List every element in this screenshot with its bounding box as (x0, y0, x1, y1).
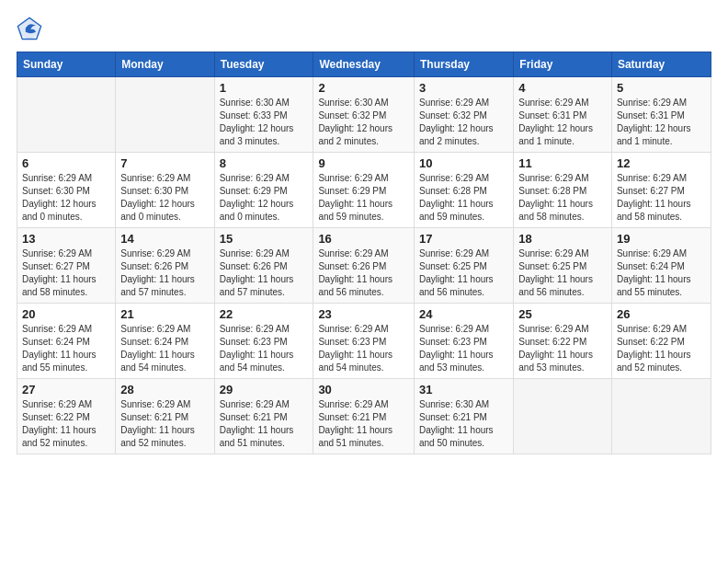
calendar-cell: 6Sunrise: 6:29 AM Sunset: 6:30 PM Daylig… (17, 153, 116, 228)
day-number: 7 (120, 156, 209, 170)
calendar-cell: 29Sunrise: 6:29 AM Sunset: 6:21 PM Dayli… (214, 379, 313, 454)
header (17, 17, 711, 42)
calendar-cell (17, 77, 116, 153)
day-info: Sunrise: 6:29 AM Sunset: 6:24 PM Dayligh… (120, 323, 209, 374)
day-info: Sunrise: 6:29 AM Sunset: 6:31 PM Dayligh… (617, 97, 706, 148)
calendar-cell: 4Sunrise: 6:29 AM Sunset: 6:31 PM Daylig… (514, 77, 612, 153)
logo-icon (17, 17, 42, 42)
calendar-cell: 9Sunrise: 6:29 AM Sunset: 6:29 PM Daylig… (313, 153, 415, 228)
day-info: Sunrise: 6:29 AM Sunset: 6:27 PM Dayligh… (617, 172, 706, 224)
calendar-cell: 10Sunrise: 6:29 AM Sunset: 6:28 PM Dayli… (414, 153, 513, 228)
day-number: 31 (419, 383, 508, 396)
day-info: Sunrise: 6:29 AM Sunset: 6:23 PM Dayligh… (419, 323, 508, 374)
header-saturday: Saturday (611, 52, 711, 77)
calendar-cell: 19Sunrise: 6:29 AM Sunset: 6:24 PM Dayli… (611, 228, 711, 304)
day-number: 23 (318, 307, 409, 321)
day-info: Sunrise: 6:29 AM Sunset: 6:28 PM Dayligh… (518, 172, 607, 224)
day-info: Sunrise: 6:29 AM Sunset: 6:26 PM Dayligh… (220, 247, 309, 299)
day-info: Sunrise: 6:29 AM Sunset: 6:29 PM Dayligh… (220, 172, 309, 224)
day-info: Sunrise: 6:30 AM Sunset: 6:33 PM Dayligh… (220, 97, 309, 148)
calendar-cell: 17Sunrise: 6:29 AM Sunset: 6:25 PM Dayli… (414, 228, 513, 304)
day-info: Sunrise: 6:29 AM Sunset: 6:31 PM Dayligh… (518, 97, 607, 148)
day-number: 1 (220, 81, 309, 95)
day-info: Sunrise: 6:29 AM Sunset: 6:27 PM Dayligh… (22, 247, 110, 299)
day-info: Sunrise: 6:29 AM Sunset: 6:28 PM Dayligh… (419, 172, 508, 224)
day-number: 19 (617, 232, 706, 246)
day-number: 22 (220, 307, 309, 321)
day-number: 3 (419, 81, 508, 95)
day-number: 14 (120, 232, 209, 246)
calendar-cell: 28Sunrise: 6:29 AM Sunset: 6:21 PM Dayli… (116, 379, 214, 454)
calendar-cell: 23Sunrise: 6:29 AM Sunset: 6:23 PM Dayli… (313, 304, 415, 379)
calendar-cell: 24Sunrise: 6:29 AM Sunset: 6:23 PM Dayli… (414, 304, 513, 379)
calendar-cell: 26Sunrise: 6:29 AM Sunset: 6:22 PM Dayli… (611, 304, 711, 379)
day-info: Sunrise: 6:29 AM Sunset: 6:25 PM Dayligh… (518, 247, 607, 299)
day-info: Sunrise: 6:29 AM Sunset: 6:25 PM Dayligh… (419, 247, 508, 299)
day-info: Sunrise: 6:29 AM Sunset: 6:32 PM Dayligh… (419, 97, 508, 148)
header-tuesday: Tuesday (214, 52, 313, 77)
day-info: Sunrise: 6:30 AM Sunset: 6:21 PM Dayligh… (419, 398, 508, 450)
day-number: 18 (518, 232, 607, 246)
day-info: Sunrise: 6:29 AM Sunset: 6:23 PM Dayligh… (318, 323, 409, 374)
day-number: 12 (617, 156, 706, 170)
day-info: Sunrise: 6:29 AM Sunset: 6:23 PM Dayligh… (220, 323, 309, 374)
logo (17, 17, 46, 42)
calendar-cell: 11Sunrise: 6:29 AM Sunset: 6:28 PM Dayli… (514, 153, 612, 228)
calendar-cell: 13Sunrise: 6:29 AM Sunset: 6:27 PM Dayli… (17, 228, 116, 304)
calendar-week-row: 6Sunrise: 6:29 AM Sunset: 6:30 PM Daylig… (17, 153, 711, 228)
day-number: 6 (22, 156, 110, 170)
day-info: Sunrise: 6:29 AM Sunset: 6:30 PM Dayligh… (120, 172, 209, 224)
day-number: 25 (518, 307, 607, 321)
day-number: 27 (22, 383, 110, 396)
calendar-week-row: 20Sunrise: 6:29 AM Sunset: 6:24 PM Dayli… (17, 304, 711, 379)
day-number: 11 (518, 156, 607, 170)
calendar-cell: 25Sunrise: 6:29 AM Sunset: 6:22 PM Dayli… (514, 304, 612, 379)
header-sunday: Sunday (17, 52, 116, 77)
calendar-cell: 16Sunrise: 6:29 AM Sunset: 6:26 PM Dayli… (313, 228, 415, 304)
day-info: Sunrise: 6:29 AM Sunset: 6:30 PM Dayligh… (22, 172, 110, 224)
calendar-cell: 31Sunrise: 6:30 AM Sunset: 6:21 PM Dayli… (414, 379, 513, 454)
calendar-header-row: SundayMondayTuesdayWednesdayThursdayFrid… (17, 52, 711, 77)
page: SundayMondayTuesdayWednesdayThursdayFrid… (0, 0, 728, 563)
day-info: Sunrise: 6:29 AM Sunset: 6:21 PM Dayligh… (318, 398, 409, 450)
day-number: 15 (220, 232, 309, 246)
day-number: 16 (318, 232, 409, 246)
header-thursday: Thursday (414, 52, 513, 77)
calendar-week-row: 27Sunrise: 6:29 AM Sunset: 6:22 PM Dayli… (17, 379, 711, 454)
calendar-cell: 7Sunrise: 6:29 AM Sunset: 6:30 PM Daylig… (116, 153, 214, 228)
calendar-week-row: 1Sunrise: 6:30 AM Sunset: 6:33 PM Daylig… (17, 77, 711, 153)
day-info: Sunrise: 6:29 AM Sunset: 6:22 PM Dayligh… (617, 323, 706, 374)
calendar-cell: 8Sunrise: 6:29 AM Sunset: 6:29 PM Daylig… (214, 153, 313, 228)
day-number: 13 (22, 232, 110, 246)
day-number: 21 (120, 307, 209, 321)
calendar-cell: 1Sunrise: 6:30 AM Sunset: 6:33 PM Daylig… (214, 77, 313, 153)
day-info: Sunrise: 6:29 AM Sunset: 6:26 PM Dayligh… (318, 247, 409, 299)
calendar-cell: 22Sunrise: 6:29 AM Sunset: 6:23 PM Dayli… (214, 304, 313, 379)
calendar-cell: 20Sunrise: 6:29 AM Sunset: 6:24 PM Dayli… (17, 304, 116, 379)
calendar-cell: 2Sunrise: 6:30 AM Sunset: 6:32 PM Daylig… (313, 77, 415, 153)
day-info: Sunrise: 6:29 AM Sunset: 6:22 PM Dayligh… (518, 323, 607, 374)
day-number: 5 (617, 81, 706, 95)
day-number: 24 (419, 307, 508, 321)
day-info: Sunrise: 6:29 AM Sunset: 6:22 PM Dayligh… (22, 398, 110, 450)
day-info: Sunrise: 6:29 AM Sunset: 6:21 PM Dayligh… (220, 398, 309, 450)
day-number: 2 (318, 81, 409, 95)
header-wednesday: Wednesday (313, 52, 415, 77)
calendar-cell: 27Sunrise: 6:29 AM Sunset: 6:22 PM Dayli… (17, 379, 116, 454)
day-info: Sunrise: 6:30 AM Sunset: 6:32 PM Dayligh… (318, 97, 409, 148)
day-info: Sunrise: 6:29 AM Sunset: 6:29 PM Dayligh… (318, 172, 409, 224)
day-info: Sunrise: 6:29 AM Sunset: 6:24 PM Dayligh… (617, 247, 706, 299)
calendar-cell (514, 379, 612, 454)
day-number: 26 (617, 307, 706, 321)
calendar-week-row: 13Sunrise: 6:29 AM Sunset: 6:27 PM Dayli… (17, 228, 711, 304)
calendar-cell: 21Sunrise: 6:29 AM Sunset: 6:24 PM Dayli… (116, 304, 214, 379)
calendar-cell: 5Sunrise: 6:29 AM Sunset: 6:31 PM Daylig… (611, 77, 711, 153)
day-number: 10 (419, 156, 508, 170)
day-info: Sunrise: 6:29 AM Sunset: 6:26 PM Dayligh… (120, 247, 209, 299)
day-number: 28 (120, 383, 209, 396)
calendar-cell (116, 77, 214, 153)
day-number: 30 (318, 383, 409, 396)
calendar-cell: 15Sunrise: 6:29 AM Sunset: 6:26 PM Dayli… (214, 228, 313, 304)
calendar-cell: 18Sunrise: 6:29 AM Sunset: 6:25 PM Dayli… (514, 228, 612, 304)
calendar: SundayMondayTuesdayWednesdayThursdayFrid… (17, 52, 711, 454)
